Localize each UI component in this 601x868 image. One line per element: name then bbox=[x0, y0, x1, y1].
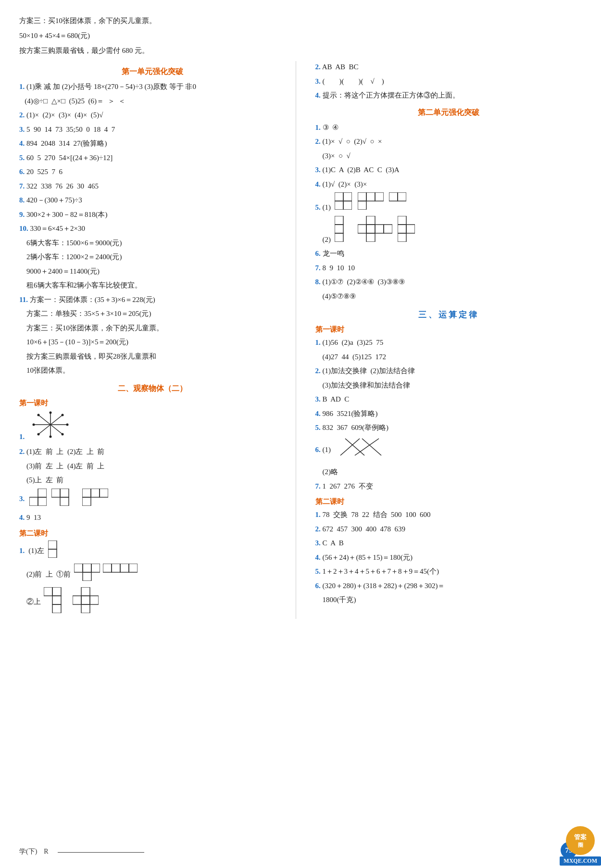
right-column: 2. AB AB BC 3. ( )( )( √ ) 4. 提示：将这个正方体摆… bbox=[311, 61, 582, 619]
obs-item-2a: 2. (1)左 前 上 (2)左 上 前 bbox=[19, 446, 286, 458]
obs-item-2c: (5)上 左 前 bbox=[19, 474, 286, 487]
item-10: 10. 330＝6×45＋2×30 bbox=[19, 223, 286, 235]
svg-rect-50 bbox=[398, 192, 406, 201]
obs2-item-1c: ②上 bbox=[19, 587, 286, 617]
svg-rect-15 bbox=[51, 489, 60, 497]
svg-rect-55 bbox=[366, 216, 375, 225]
item-11c: 方案三：买10张团体票，余下的买儿童票。 bbox=[19, 322, 286, 335]
svg-rect-43 bbox=[335, 201, 343, 210]
s3-item-2a: 2. (1)加法交换律 (2)加法结合律 bbox=[315, 365, 582, 377]
footer-left: 学(下) R bbox=[19, 847, 49, 856]
item-1: 1. (1)乘 减 加 (2)小括号 18×(270－54)÷3 (3)原数 等… bbox=[19, 81, 286, 93]
grid-shape-1 bbox=[29, 489, 47, 510]
svg-rect-53 bbox=[335, 233, 343, 242]
subsec1-label: 第一课时 bbox=[19, 399, 286, 408]
svg-rect-27 bbox=[83, 572, 91, 581]
item-3: 3. 5 90 14 73 35;50 0 18 4 7 bbox=[19, 124, 286, 136]
svg-rect-52 bbox=[335, 225, 343, 233]
svg-line-65 bbox=[345, 439, 364, 455]
svg-rect-40 bbox=[81, 604, 90, 613]
section1-title: 第一单元强化突破 bbox=[19, 67, 286, 77]
svg-point-8 bbox=[38, 414, 40, 416]
svg-rect-57 bbox=[366, 233, 375, 242]
svg-rect-23 bbox=[48, 549, 57, 558]
grid-shape-4 bbox=[48, 541, 65, 562]
item-11b: 方案二：单独买：35×5＋3×10＝205(元) bbox=[19, 308, 286, 320]
svg-rect-12 bbox=[29, 497, 38, 506]
item-7: 7. 322 338 76 26 30 465 bbox=[19, 180, 286, 193]
logo-circle: 管案 圈 bbox=[566, 826, 595, 855]
svg-rect-41 bbox=[335, 192, 343, 201]
svg-rect-33 bbox=[52, 587, 61, 596]
svg-rect-16 bbox=[60, 489, 69, 497]
svg-rect-30 bbox=[120, 564, 129, 572]
item-1b: (4)◎÷□ △×□ (5)25 (6)＝ ＞ ＜ bbox=[19, 95, 286, 108]
right-item-3: 3. ( )( )( √ ) bbox=[315, 75, 582, 88]
cross-diagram bbox=[31, 410, 70, 443]
item-10d: 租6辆大客车和2辆小客车比较便宜。 bbox=[19, 279, 286, 292]
grid-shape-5a bbox=[74, 564, 100, 585]
s3b-item-5: 5. 1＋2＋3＋4＋5＋6＋7＋8＋9＝45(个) bbox=[315, 566, 582, 578]
svg-rect-34 bbox=[52, 596, 61, 604]
svg-rect-49 bbox=[389, 192, 398, 201]
s3-item-2b: (3)加法交换律和加法结合律 bbox=[315, 379, 582, 392]
subsec3-1-label: 第一课时 bbox=[315, 325, 582, 334]
svg-line-64 bbox=[340, 439, 360, 455]
item-11a: 11. 方案一：买团体票：(35＋3)×6＝228(元) bbox=[19, 294, 286, 306]
grid-shape-6a bbox=[44, 587, 70, 617]
svg-rect-14 bbox=[38, 497, 47, 506]
svg-rect-59 bbox=[384, 225, 392, 233]
r-grid-5a-3 bbox=[389, 192, 406, 214]
item-9: 9. 300×2＋300－82＝818(本) bbox=[19, 209, 286, 221]
s3-item-5: 5. 832 367 609(举例略) bbox=[315, 422, 582, 434]
svg-rect-42 bbox=[343, 192, 352, 201]
svg-line-67 bbox=[362, 439, 381, 455]
s3b-item-2: 2. 672 457 300 400 478 639 bbox=[315, 523, 582, 536]
watermark: MXQE.COM bbox=[560, 856, 601, 866]
r-item-6: 6. 龙一鸣 bbox=[315, 248, 582, 260]
grid-shape-5b bbox=[103, 564, 138, 585]
svg-rect-24 bbox=[74, 564, 83, 572]
lines-diagram bbox=[336, 436, 384, 465]
svg-rect-25 bbox=[83, 564, 91, 572]
s3b-item-3: 3. C A B bbox=[315, 537, 582, 550]
s3-item-7: 7. 1 267 276 不变 bbox=[315, 480, 582, 493]
r-item-5b: (2) bbox=[315, 216, 582, 246]
item-11f: 10张团体票。 bbox=[19, 365, 286, 377]
r-grid-5b-3 bbox=[398, 216, 415, 246]
svg-rect-51 bbox=[335, 216, 343, 225]
svg-rect-20 bbox=[100, 489, 108, 497]
svg-rect-35 bbox=[52, 604, 61, 613]
grid-shape-3 bbox=[82, 489, 108, 510]
obs2-item-1b: (2)前 上 ①前 bbox=[19, 564, 286, 585]
svg-rect-31 bbox=[129, 564, 138, 572]
intro-line1: 方案三：买10张团体票，余下的买儿童票。 bbox=[19, 14, 582, 27]
r-item-2a: 2. (1)× √ ○ (2)√ ○ × bbox=[315, 136, 582, 148]
svg-rect-32 bbox=[44, 587, 52, 596]
s3-item-4: 4. 986 3521(验算略) bbox=[315, 408, 582, 420]
svg-rect-17 bbox=[60, 497, 69, 506]
svg-rect-36 bbox=[81, 587, 90, 596]
svg-rect-47 bbox=[375, 192, 384, 201]
subsec2-label: 第二课时 bbox=[19, 529, 286, 538]
s3-item-6a: 6. (1) bbox=[315, 436, 582, 465]
item-6: 6. 20 525 7 6 bbox=[19, 166, 286, 178]
svg-point-11 bbox=[38, 433, 40, 435]
item-10a: 6辆大客车：1500×6＝9000(元) bbox=[19, 237, 286, 250]
svg-rect-19 bbox=[91, 489, 100, 497]
svg-rect-46 bbox=[366, 192, 375, 201]
intro-line3: 按方案三购票最省钱，最少需付 680 元。 bbox=[19, 44, 582, 57]
s3b-item-6b: 1800(千克) bbox=[315, 594, 582, 606]
svg-point-6 bbox=[33, 423, 35, 426]
section3-title: 三、运算定律 bbox=[315, 309, 582, 320]
svg-line-66 bbox=[355, 439, 379, 455]
svg-rect-37 bbox=[73, 596, 81, 604]
r-item-4: 4. (1)√ (2)× (3)× bbox=[315, 178, 582, 191]
r-grid-5a-1 bbox=[335, 192, 352, 214]
item-11e: 按方案三购票最省钱，即买28张儿童票和 bbox=[19, 351, 286, 363]
section2r-title: 第二单元强化突破 bbox=[315, 108, 582, 118]
r-item-1: 1. ③ ④ bbox=[315, 122, 582, 134]
svg-rect-38 bbox=[81, 596, 90, 604]
obs-item-3: 3. bbox=[19, 489, 286, 510]
section2-title: 二、观察物体（二） bbox=[19, 384, 286, 394]
